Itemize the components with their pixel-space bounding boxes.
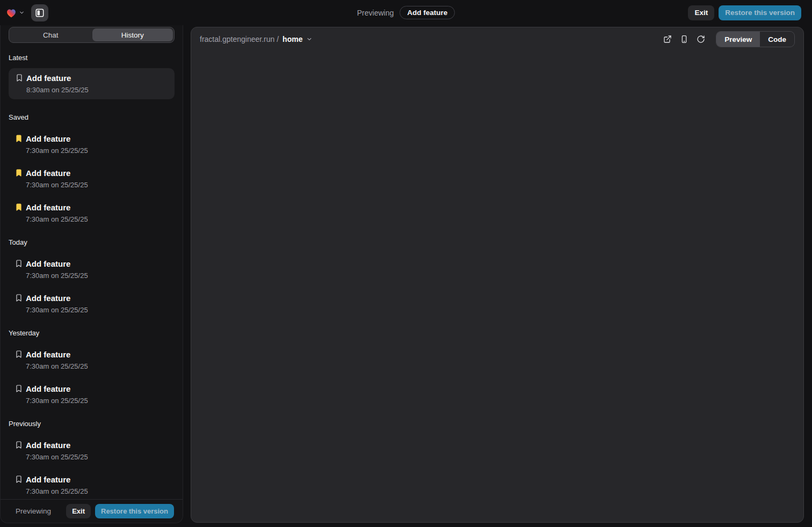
refresh-preview-button[interactable] [696, 34, 706, 44]
bookmark-icon [15, 475, 23, 484]
toggle-sidebar-button[interactable] [31, 4, 48, 21]
refresh-icon [697, 35, 705, 43]
tab-code[interactable]: Code [760, 32, 794, 47]
version-title: Add feature [26, 474, 88, 485]
bookmark-icon [15, 441, 23, 449]
url-page: home [282, 35, 302, 43]
version-timestamp: 7:30am on 25/25/25 [26, 271, 88, 281]
version-item[interactable]: Add feature 7:30am on 25/25/25 [9, 349, 175, 371]
bookmark-icon [15, 384, 23, 393]
version-item[interactable]: Add feature 7:30am on 25/25/25 [9, 440, 175, 462]
version-timestamp: 7:30am on 25/25/25 [26, 396, 88, 406]
version-title: Add feature [26, 202, 88, 213]
version-badge[interactable]: Add feature [400, 6, 455, 19]
history-section-title: Saved [9, 113, 175, 121]
exit-button[interactable]: Exit [688, 5, 714, 20]
history-section-title: Yesterday [9, 329, 175, 337]
version-title: Add feature [26, 167, 88, 179]
heart-logo-icon [5, 7, 17, 19]
bookmark-icon [15, 169, 23, 177]
chevron-down-icon [19, 10, 25, 16]
version-title: Add feature [26, 133, 88, 144]
preview-header-actions: Preview Code [663, 31, 795, 47]
version-history-list: Latest Add feature 8:30am on 25/25/25 Sa… [1, 43, 183, 499]
history-section: Latest Add feature 8:30am on 25/25/25 [9, 54, 175, 99]
version-item[interactable]: Add feature 7:30am on 25/25/25 [9, 258, 175, 281]
topbar-right: Exit Restore this version [688, 0, 801, 25]
tab-history[interactable]: History [92, 28, 173, 41]
history-section: Today Add feature 7:30am on 25/25/25 Add… [9, 238, 175, 315]
history-section-items: Add feature 7:30am on 25/25/25 Add featu… [9, 349, 175, 406]
sidebar-footer: Previewing Exit Restore this version [1, 499, 183, 523]
preview-header: fractal.gptengineer.run / home [191, 27, 803, 51]
bookmark-icon [15, 74, 24, 82]
history-section-items: Add feature 7:30am on 25/25/25 Add featu… [9, 440, 175, 496]
version-item-text: Add feature 7:30am on 25/25/25 [26, 349, 88, 371]
url-domain: fractal.gptengineer.run / [200, 35, 279, 43]
version-timestamp: 7:30am on 25/25/25 [26, 362, 88, 371]
version-title: Add feature [26, 349, 88, 360]
version-item-text: Add feature 7:30am on 25/25/25 [26, 474, 88, 496]
chevron-down-icon [306, 36, 313, 42]
version-item[interactable]: Add feature 7:30am on 25/25/25 [9, 167, 175, 190]
sidebar-tabs: Chat History [9, 27, 175, 43]
version-title: Add feature [26, 72, 89, 84]
version-timestamp: 8:30am on 25/25/25 [26, 85, 89, 95]
previewing-label: Previewing [357, 9, 394, 17]
version-timestamp: 7:30am on 25/25/25 [26, 146, 88, 156]
version-item-text: Add feature 7:30am on 25/25/25 [26, 167, 88, 190]
history-section: Previously Add feature 7:30am on 25/25/2… [9, 420, 175, 496]
version-title: Add feature [26, 258, 88, 269]
history-section: Yesterday Add feature 7:30am on 25/25/25… [9, 329, 175, 406]
version-item-text: Add feature 7:30am on 25/25/25 [26, 292, 88, 315]
version-item[interactable]: Add feature 7:30am on 25/25/25 [9, 292, 175, 315]
open-in-new-tab-button[interactable] [663, 34, 672, 44]
version-item[interactable]: Add feature 7:30am on 25/25/25 [9, 474, 175, 496]
history-section-title: Previously [9, 420, 175, 428]
app-logo-menu[interactable] [5, 7, 25, 19]
restore-version-button[interactable]: Restore this version [719, 5, 801, 20]
version-item-text: Add feature 7:30am on 25/25/25 [26, 383, 88, 406]
bookmark-icon [15, 350, 23, 358]
bookmark-icon [15, 294, 23, 302]
history-section-items: Add feature 8:30am on 25/25/25 [9, 68, 175, 99]
version-item-text: Add feature 8:30am on 25/25/25 [26, 72, 89, 95]
history-sidebar: Chat History Latest Add feature 8:30am o… [0, 25, 183, 523]
version-item[interactable]: Add feature 7:30am on 25/25/25 [9, 383, 175, 406]
version-title: Add feature [26, 440, 88, 451]
bookmark-icon [15, 134, 23, 143]
bookmark-icon [15, 259, 23, 268]
version-item[interactable]: Add feature 8:30am on 25/25/25 [9, 68, 175, 99]
url-route-selector[interactable]: fractal.gptengineer.run / home [200, 35, 313, 43]
footer-restore-version-button[interactable]: Restore this version [95, 504, 174, 518]
bookmark-icon [15, 203, 23, 211]
preview-panel: fractal.gptengineer.run / home [191, 27, 804, 523]
mobile-view-button[interactable] [679, 34, 689, 44]
topbar-left [5, 0, 48, 25]
version-item-text: Add feature 7:30am on 25/25/25 [26, 258, 88, 281]
footer-previewing-label: Previewing [16, 507, 51, 515]
version-timestamp: 7:30am on 25/25/25 [26, 452, 88, 462]
history-section-items: Add feature 7:30am on 25/25/25 Add featu… [9, 258, 175, 315]
top-bar: Previewing Add feature Exit Restore this… [0, 0, 812, 25]
footer-exit-button[interactable]: Exit [66, 504, 91, 518]
version-title: Add feature [26, 383, 88, 394]
version-timestamp: 7:30am on 25/25/25 [26, 305, 88, 315]
panel-left-icon [35, 8, 45, 18]
version-item[interactable]: Add feature 7:30am on 25/25/25 [9, 133, 175, 156]
tab-preview[interactable]: Preview [716, 32, 760, 47]
history-section-items: Add feature 7:30am on 25/25/25 Add featu… [9, 133, 175, 224]
smartphone-icon [680, 35, 688, 43]
tab-chat[interactable]: Chat [10, 28, 91, 41]
preview-code-toggle: Preview Code [716, 31, 795, 47]
version-item-text: Add feature 7:30am on 25/25/25 [26, 202, 88, 224]
history-section-title: Today [9, 238, 175, 246]
version-timestamp: 7:30am on 25/25/25 [26, 180, 88, 190]
version-item[interactable]: Add feature 7:30am on 25/25/25 [9, 202, 175, 224]
history-section-title: Latest [9, 54, 175, 62]
history-section: Saved Add feature 7:30am on 25/25/25 Add… [9, 113, 175, 224]
version-item-text: Add feature 7:30am on 25/25/25 [26, 133, 88, 156]
preview-viewport[interactable] [191, 51, 803, 522]
external-link-icon [663, 35, 672, 43]
version-timestamp: 7:30am on 25/25/25 [26, 215, 88, 224]
